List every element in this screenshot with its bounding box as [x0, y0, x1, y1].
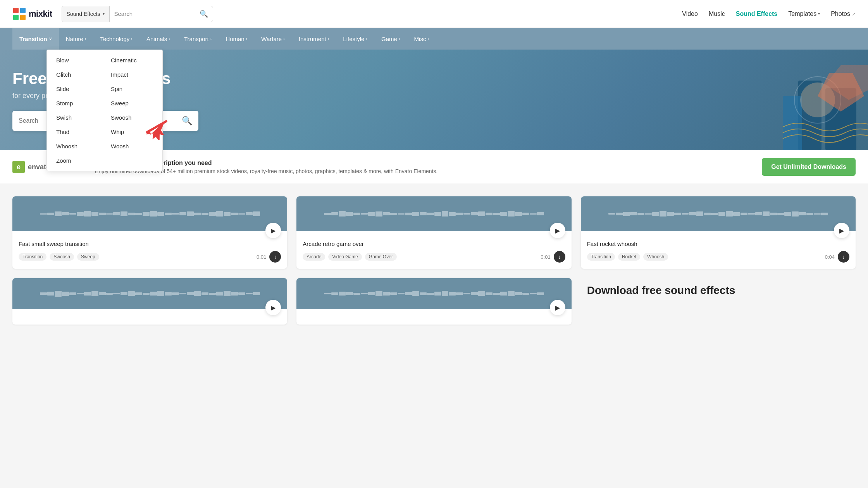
download-button-1[interactable]: ↓ [269, 251, 281, 263]
cat-transition[interactable]: Transition ∨ [12, 28, 59, 50]
cat-human[interactable]: Human › [219, 28, 254, 50]
tag-game-over[interactable]: Game Over [365, 253, 397, 261]
chevron-right-icon: › [169, 36, 170, 41]
dropdown-item-whip[interactable]: Whip [105, 125, 159, 139]
cat-nature[interactable]: Nature › [59, 28, 93, 50]
envato-tagline: the only creative subscription you need [95, 160, 756, 167]
card-actions-2: 0:01 ↓ [541, 251, 565, 263]
envato-icon: e [12, 161, 25, 173]
dropdown-item-blow[interactable]: Blow [50, 53, 105, 67]
external-link-icon: ↗ [852, 11, 856, 17]
card-meta-3: Transition Rocket Whoosh 0:04 ↓ [587, 251, 849, 263]
search-button[interactable]: 🔍 [195, 10, 213, 18]
logo-text: mixkit [29, 9, 52, 19]
dropdown-item-impact[interactable]: Impact [105, 67, 159, 82]
card-info-1: Fast small sweep transition Transition S… [12, 231, 287, 269]
tag-sweep-1[interactable]: Sweep [77, 253, 99, 261]
cat-animals[interactable]: Animals › [140, 28, 177, 50]
cat-warfare[interactable]: Warfare › [254, 28, 291, 50]
chevron-right-icon: › [399, 36, 400, 41]
waveform-5: ▶ [296, 278, 571, 309]
search-icon: 🔍 [200, 10, 208, 18]
card-meta-1: Transition Swoosh Sweep 0:01 ↓ [19, 251, 281, 263]
svg-rect-3 [13, 15, 19, 20]
dropdown-item-sweep[interactable]: Sweep [105, 96, 159, 110]
search-icon: 🔍 [182, 116, 192, 126]
waveform-3: ▶ [581, 196, 856, 231]
svg-rect-4 [20, 15, 26, 20]
envato-text: the only creative subscription you need … [95, 160, 756, 174]
cat-transport[interactable]: Transport › [177, 28, 219, 50]
dropdown-item-glitch[interactable]: Glitch [50, 67, 105, 82]
chevron-right-icon: › [131, 36, 133, 41]
card-actions-3: 0:04 ↓ [825, 251, 849, 263]
dropdown-item-woosh[interactable]: Woosh [105, 139, 159, 153]
tag-whoosh[interactable]: Whoosh [643, 253, 668, 261]
hero-decoration [674, 50, 868, 150]
svg-rect-2 [20, 8, 26, 13]
search-category-dropdown[interactable]: Sound Effects ▾ [62, 6, 110, 22]
dropdown-item-stomp[interactable]: Stomp [50, 96, 105, 110]
hero-search-button[interactable]: 🔍 [176, 116, 198, 126]
nav-video[interactable]: Video [682, 10, 698, 17]
card-meta-2: Arcade Video Game Game Over 0:01 ↓ [303, 251, 565, 263]
download-button-3[interactable]: ↓ [838, 251, 849, 263]
chevron-right-icon: › [328, 36, 329, 41]
sound-card-3: ▶ Fast rocket whoosh Transition Rocket W… [581, 196, 856, 269]
cat-misc[interactable]: Misc › [407, 28, 436, 50]
dropdown-item-swish[interactable]: Swish [50, 110, 105, 125]
cat-game[interactable]: Game › [374, 28, 407, 50]
dropdown-item-thud[interactable]: Thud [50, 125, 105, 139]
chevron-right-icon: › [283, 36, 285, 41]
duration-3: 0:04 [825, 254, 835, 260]
nav-music[interactable]: Music [709, 10, 725, 17]
waveform-bars-3 [608, 206, 828, 222]
tag-swoosh-1[interactable]: Swoosh [50, 253, 74, 261]
tag-transition-1[interactable]: Transition [19, 253, 46, 261]
chevron-right-icon: › [210, 36, 212, 41]
card-info-2: Arcade retro game over Arcade Video Game… [296, 231, 571, 269]
get-unlimited-button[interactable]: Get Unlimited Downloads [762, 158, 856, 176]
dropdown-item-spin[interactable]: Spin [105, 82, 159, 96]
tag-arcade[interactable]: Arcade [303, 253, 325, 261]
sound-card-2: ▶ Arcade retro game over Arcade Video Ga… [296, 196, 571, 269]
tag-rocket[interactable]: Rocket [618, 253, 640, 261]
card-title-1: Fast small sweep transition [19, 241, 281, 247]
search-input[interactable] [110, 10, 195, 17]
search-bar: Sound Effects ▾ 🔍 [62, 6, 213, 22]
dropdown-item-whoosh[interactable]: Whoosh [50, 139, 105, 153]
cat-technology[interactable]: Technology › [93, 28, 140, 50]
svg-rect-1 [13, 8, 19, 13]
waveform-1: ▶ [12, 196, 287, 231]
chevron-down-icon: ▾ [818, 12, 820, 16]
search-category-label: Sound Effects [67, 11, 100, 17]
transition-dropdown: Blow Cinematic Glitch Impact Slide Spin … [46, 50, 163, 171]
chevron-right-icon: › [246, 36, 248, 41]
chevron-right-icon: › [427, 36, 429, 41]
dropdown-item-swoosh[interactable]: Swoosh [105, 110, 159, 125]
nav-photos[interactable]: Photos ↗ [831, 10, 856, 17]
envato-description: Enjoy unlimited downloads of 54+ million… [95, 168, 756, 174]
play-button-5[interactable]: ▶ [550, 300, 565, 315]
waveform-bars-1 [40, 206, 260, 222]
card-title-2: Arcade retro game over [303, 241, 565, 247]
play-button-2[interactable]: ▶ [550, 223, 565, 238]
download-title-area: Download free sound effects [581, 278, 856, 325]
tag-video-game[interactable]: Video Game [328, 253, 362, 261]
download-button-2[interactable]: ↓ [554, 251, 565, 263]
nav-templates[interactable]: Templates ▾ [788, 10, 820, 17]
chevron-down-icon: ∨ [49, 36, 52, 41]
waveform-bars-4 [40, 286, 260, 301]
dropdown-item-zoom[interactable]: Zoom [50, 153, 105, 168]
play-button-3[interactable]: ▶ [834, 223, 849, 238]
dropdown-item-cinematic[interactable]: Cinematic [105, 53, 159, 67]
sound-card-1: ▶ Fast small sweep transition Transition… [12, 196, 287, 269]
sound-cards-section: ▶ Fast small sweep transition Transition… [0, 184, 868, 337]
dropdown-item-slide[interactable]: Slide [50, 82, 105, 96]
logo[interactable]: mixkit [12, 7, 52, 21]
waveform-4: ▶ [12, 278, 287, 309]
nav-sound-effects[interactable]: Sound Effects [736, 10, 778, 17]
cat-instrument[interactable]: Instrument › [292, 28, 336, 50]
cat-lifestyle[interactable]: Lifestyle › [336, 28, 374, 50]
tag-transition-3[interactable]: Transition [587, 253, 615, 261]
